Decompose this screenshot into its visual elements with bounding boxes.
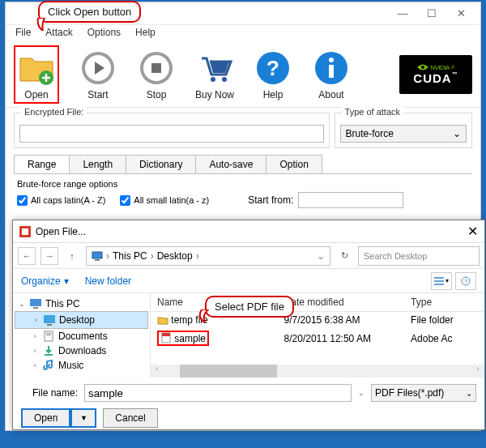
encrypted-file-input[interactable] <box>19 125 324 143</box>
minimize-button[interactable]: — <box>388 5 417 23</box>
chevron-down-icon: ▼ <box>80 414 87 422</box>
toolbar: Open Start Stop Buy Now ? Help About NVI… <box>6 41 480 108</box>
refresh-button[interactable]: ↻ <box>335 247 353 265</box>
attack-type-select[interactable]: Brute-force ⌄ <box>340 125 467 143</box>
tab-range[interactable]: Range <box>14 155 70 173</box>
menubar: File Attack Options Help <box>6 25 480 41</box>
open-file-label: Open <box>34 412 58 424</box>
svg-rect-16 <box>92 252 102 258</box>
arrow-up-icon: ↑ <box>70 251 75 261</box>
breadcrumb[interactable]: › This PC › Desktop › ⌄ <box>86 246 330 266</box>
file-attack-panel: Encrypted File: Type of attack Brute-for… <box>6 108 480 150</box>
callout-select-text: Select PDF file <box>215 301 284 313</box>
start-from-group: Start from: <box>248 192 403 208</box>
collapse-icon[interactable]: ⌄ <box>18 300 26 308</box>
encrypted-file-group: Encrypted File: <box>14 113 330 148</box>
svg-rect-18 <box>434 277 444 279</box>
callout-text: Click Open button <box>48 6 131 18</box>
folder-icon <box>157 315 168 325</box>
svg-point-6 <box>211 77 215 82</box>
tree-documents[interactable]: ›Documents <box>15 329 148 343</box>
arrow-right-icon: → <box>45 251 54 261</box>
tree-thispc-label: This PC <box>45 298 80 309</box>
filetype-select[interactable]: PDF Files(*.pdf)⌄ <box>371 384 476 402</box>
chevron-right-icon: › <box>149 250 156 262</box>
expand-icon[interactable]: › <box>31 332 39 340</box>
row-type: Adobe Ac <box>411 333 452 344</box>
nav-up-button[interactable]: ↑ <box>63 247 81 265</box>
checkbox-small-label: All small latin(a - z) <box>134 195 209 205</box>
expand-icon[interactable]: › <box>31 347 39 355</box>
crumb-dropdown-icon[interactable]: ⌄ <box>317 250 325 262</box>
nav-forward-button[interactable]: → <box>40 247 58 265</box>
list-item[interactable]: sample 8/20/2011 12:50 AM Adobe Ac <box>151 328 484 348</box>
help-icon: ? <box>254 49 292 87</box>
row-date: 9/7/2015 6:38 AM <box>284 314 360 326</box>
help-button[interactable]: ? Help <box>254 49 292 100</box>
tree-desktop[interactable]: ›Desktop <box>15 311 148 329</box>
dialog-titlebar: Open File... ✕ <box>13 220 484 243</box>
menu-file[interactable]: File <box>9 25 37 41</box>
crumb-thispc[interactable]: This PC <box>113 250 147 262</box>
col-name[interactable]: Name <box>157 297 183 308</box>
tab-length[interactable]: Length <box>69 155 126 173</box>
tree-downloads[interactable]: ›Downloads <box>15 343 148 358</box>
view-help-button[interactable]: ? <box>455 272 476 290</box>
attack-type-label: Type of attack <box>342 107 403 117</box>
expand-icon[interactable]: › <box>32 316 40 324</box>
svg-rect-24 <box>33 307 38 309</box>
encrypted-file-label: Encrypted File: <box>21 107 87 117</box>
tree-thispc[interactable]: ⌄This PC <box>15 297 148 311</box>
organize-button[interactable]: Organize ▾ <box>21 275 69 287</box>
start-button[interactable]: Start <box>79 49 117 100</box>
checkbox-small[interactable]: All small latin(a - z) <box>120 195 209 206</box>
open-split-button[interactable]: ▼ <box>70 408 96 428</box>
open-file-button[interactable]: Open <box>21 408 70 428</box>
organize-label: Organize <box>21 275 61 287</box>
menu-help[interactable]: Help <box>129 25 162 41</box>
search-input[interactable]: Search Desktop <box>358 246 480 266</box>
maximize-button[interactable]: ☐ <box>417 5 446 23</box>
new-folder-button[interactable]: New folder <box>85 275 131 287</box>
expand-icon[interactable]: › <box>31 361 39 369</box>
scrollbar-thumb[interactable] <box>180 365 277 378</box>
open-button[interactable]: Open <box>14 45 59 104</box>
chevron-right-icon: › <box>104 250 111 262</box>
open-file-dialog: Open File... ✕ ← → ↑ › This PC › Desktop… <box>12 220 485 430</box>
about-button[interactable]: About <box>312 49 351 100</box>
tab-autosave[interactable]: Auto-save <box>195 155 266 173</box>
tab-dictionary[interactable]: Dictionary <box>126 155 196 173</box>
svg-rect-32 <box>162 333 170 336</box>
crumb-desktop[interactable]: Desktop <box>157 250 193 262</box>
view-mode-button[interactable]: ▾ <box>431 272 452 290</box>
svg-rect-29 <box>46 335 51 335</box>
stop-button[interactable]: Stop <box>137 49 176 100</box>
help-label: Help <box>263 89 284 100</box>
checkbox-caps-input[interactable] <box>17 195 28 206</box>
filename-input[interactable] <box>84 384 352 402</box>
nvidia-cuda: CUDA <box>413 71 451 85</box>
svg-rect-26 <box>47 324 52 326</box>
nav-back-button[interactable]: ← <box>18 247 36 265</box>
folder-tree: ⌄This PC ›Desktop ›Documents ›Downloads … <box>13 293 151 378</box>
close-button[interactable]: ✕ <box>446 5 475 23</box>
dialog-close-button[interactable]: ✕ <box>467 224 478 239</box>
tree-music-label: Music <box>58 360 83 371</box>
tree-music[interactable]: ›Music <box>15 358 148 373</box>
start-from-input[interactable] <box>298 192 403 208</box>
tab-option[interactable]: Option <box>266 155 322 173</box>
buy-button[interactable]: Buy Now <box>195 49 234 100</box>
svg-point-13 <box>421 66 424 69</box>
horizontal-scrollbar[interactable]: ‹› <box>151 365 484 378</box>
chevron-down-icon: ▾ <box>64 275 69 287</box>
checkbox-small-input[interactable] <box>120 195 130 206</box>
nvidia-brand: NVIDIA <box>430 64 450 71</box>
cancel-button[interactable]: Cancel <box>103 408 157 428</box>
col-type[interactable]: Type <box>411 297 432 308</box>
menu-options[interactable]: Options <box>81 25 127 41</box>
svg-point-11 <box>329 58 334 62</box>
options-tabs: Range Length Dictionary Auto-save Option <box>6 150 480 173</box>
close-icon: ✕ <box>457 7 466 19</box>
svg-rect-30 <box>45 354 53 356</box>
checkbox-caps[interactable]: All caps latin(A - Z) <box>17 195 105 206</box>
